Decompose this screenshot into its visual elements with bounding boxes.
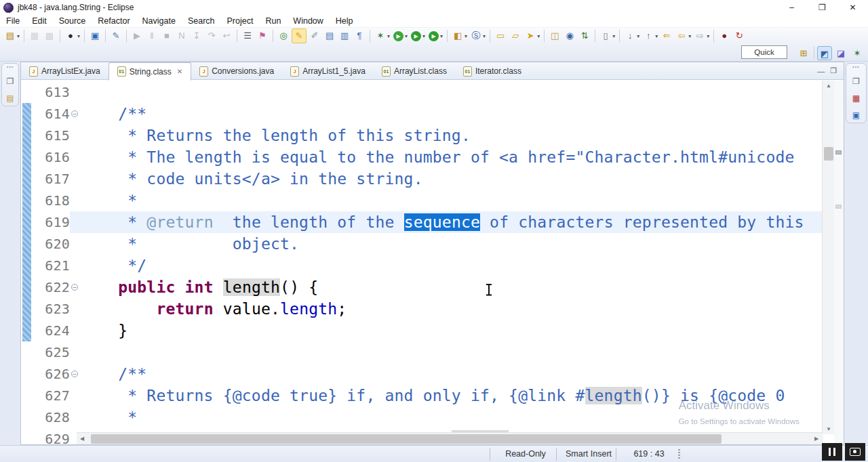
- console-view-icon[interactable]: ▣: [850, 110, 863, 121]
- resume-icon[interactable]: ▶: [130, 28, 144, 43]
- terminate-icon[interactable]: ■: [160, 28, 174, 43]
- restore-panel-icon[interactable]: ❐: [850, 76, 863, 87]
- last-edit-location-icon[interactable]: ⇐: [660, 28, 673, 43]
- coverage-icon[interactable]: ▶▾: [410, 28, 426, 43]
- dropdown-arrow-icon[interactable]: ▾: [405, 33, 408, 39]
- maximize-editor-icon[interactable]: ❐: [830, 66, 837, 75]
- account-icon[interactable]: ●▾: [64, 28, 81, 43]
- dropdown-arrow-icon[interactable]: ▾: [387, 33, 390, 39]
- java-perspective-icon[interactable]: ◩: [817, 46, 832, 60]
- dropdown-arrow-icon[interactable]: ▾: [688, 33, 691, 39]
- refresh-icon[interactable]: ↻: [732, 28, 746, 43]
- scroll-down-arrow[interactable]: ▼: [823, 424, 835, 434]
- tab-close-icon[interactable]: ✕: [177, 68, 182, 75]
- debug-icon[interactable]: ✶▾: [374, 28, 391, 43]
- menu-refactor[interactable]: Refactor: [92, 15, 136, 28]
- step-into-icon[interactable]: ↧: [190, 28, 203, 43]
- scroll-right-arrow[interactable]: ▶: [811, 433, 822, 444]
- show-outline-icon[interactable]: ▥: [338, 28, 351, 43]
- web-browser-icon[interactable]: ◉: [563, 28, 576, 43]
- open-element-icon[interactable]: ▯▾: [599, 28, 616, 43]
- step-return-icon[interactable]: ↩: [220, 28, 233, 43]
- minimize-editor-icon[interactable]: —: [817, 67, 825, 75]
- code-view[interactable]: 613614– /**615 * Returns the length of t…: [21, 81, 844, 444]
- scroll-left-arrow[interactable]: ◀: [77, 433, 87, 444]
- panel-drag-dots[interactable]: •••: [852, 66, 859, 70]
- open-project-icon[interactable]: ▱: [509, 28, 522, 43]
- debug-perspective-icon[interactable]: ✶: [850, 46, 865, 60]
- vertical-scrollbar[interactable]: ▲ ▼: [822, 81, 834, 434]
- scroll-up-arrow[interactable]: ▲: [823, 81, 835, 91]
- tab-arraylist-class[interactable]: 01ArrayList.class: [374, 62, 455, 80]
- screen-preview-overlay-button[interactable]: [845, 443, 865, 461]
- package-explorer-icon[interactable]: ▤: [4, 93, 16, 104]
- fold-collapse-icon[interactable]: –: [71, 371, 78, 377]
- vertical-scroll-thumb[interactable]: [824, 147, 833, 161]
- pause-overlay-button[interactable]: [822, 443, 842, 461]
- save-all-icon[interactable]: ▩: [43, 28, 56, 43]
- web-services-icon[interactable]: Ⓢ▾: [469, 28, 486, 43]
- menu-help[interactable]: Help: [330, 15, 359, 28]
- fold-collapse-icon[interactable]: –: [71, 284, 78, 291]
- synchronize-icon[interactable]: ⇅: [578, 28, 591, 43]
- open-resource-icon[interactable]: ▭: [494, 28, 507, 43]
- tab-string-class[interactable]: 01String.class✕: [108, 62, 191, 81]
- tab-conversions-java[interactable]: JConversions.java: [191, 62, 282, 80]
- menu-file[interactable]: File: [0, 15, 26, 28]
- overview-ruler[interactable]: [834, 81, 844, 444]
- dropdown-arrow-icon[interactable]: ▾: [465, 33, 467, 39]
- dropdown-arrow-icon[interactable]: ▾: [77, 33, 80, 39]
- run-icon[interactable]: ▶▾: [392, 28, 408, 43]
- restore-button[interactable]: ❐: [807, 0, 837, 15]
- minimize-button[interactable]: –: [776, 0, 807, 15]
- dropdown-arrow-icon[interactable]: ▾: [440, 33, 443, 39]
- forward-icon[interactable]: ⇨▾: [693, 28, 710, 43]
- dropdown-arrow-icon[interactable]: ▾: [483, 33, 486, 39]
- quick-access-input[interactable]: Quick Access: [741, 45, 787, 59]
- overview-mark[interactable]: [835, 205, 842, 209]
- fold-margin[interactable]: –: [70, 103, 80, 125]
- disconnect-icon[interactable]: N: [175, 28, 189, 43]
- suspend-icon[interactable]: ‖: [145, 28, 159, 43]
- open-dictionary-icon[interactable]: ●: [717, 28, 731, 43]
- open-perspective-icon[interactable]: ⊞: [796, 46, 811, 60]
- previous-annotation-icon[interactable]: ↑▾: [642, 28, 658, 43]
- new-wizard-icon[interactable]: ▤▾: [3, 28, 20, 43]
- menu-edit[interactable]: Edit: [26, 15, 53, 28]
- horizontal-scroll-thumb[interactable]: [91, 434, 722, 444]
- show-whitespace-icon[interactable]: ¶: [353, 28, 366, 43]
- launch-external-tool-icon[interactable]: ➤▾: [524, 28, 540, 43]
- back-icon[interactable]: ⇦▾: [675, 28, 692, 43]
- profile-icon[interactable]: ▶▾: [427, 28, 443, 43]
- remote-console-icon[interactable]: ▣: [88, 28, 102, 43]
- problems-view-icon[interactable]: ▦: [850, 93, 863, 104]
- menu-source[interactable]: Source: [53, 15, 92, 28]
- dropdown-arrow-icon[interactable]: ▾: [655, 33, 658, 39]
- dropdown-arrow-icon[interactable]: ▾: [17, 33, 20, 39]
- new-dynamic-web-project-icon[interactable]: ◧▾: [451, 28, 468, 43]
- fold-collapse-icon[interactable]: –: [71, 110, 78, 117]
- skip-all-breakpoints-icon[interactable]: ✎: [109, 28, 123, 43]
- dropdown-arrow-icon[interactable]: ▾: [637, 33, 639, 39]
- menu-project[interactable]: Project: [221, 15, 260, 28]
- dropdown-arrow-icon[interactable]: ▾: [612, 33, 615, 39]
- plug-in-search-icon[interactable]: ◎: [277, 28, 290, 43]
- show-skipped-lines-icon[interactable]: ☰: [241, 28, 254, 43]
- new-annotation-icon[interactable]: ▤: [323, 28, 336, 43]
- dropdown-arrow-icon[interactable]: ▾: [537, 33, 540, 39]
- restore-panel-icon[interactable]: ❐: [4, 76, 16, 87]
- fold-margin[interactable]: –: [70, 276, 80, 298]
- close-button[interactable]: ✕: [837, 0, 868, 15]
- use-step-filters-icon[interactable]: ⚑: [256, 28, 269, 43]
- tab-arraylist1-5-java[interactable]: JArrayList1_5.java: [282, 62, 374, 80]
- menu-search[interactable]: Search: [182, 15, 221, 28]
- step-over-icon[interactable]: ↷: [205, 28, 218, 43]
- dropdown-arrow-icon[interactable]: ▾: [707, 33, 709, 39]
- import-files-icon[interactable]: ◫: [548, 28, 561, 43]
- tab-iterator-class[interactable]: 01Iterator.class: [455, 62, 530, 80]
- menu-window[interactable]: Window: [287, 15, 329, 28]
- fold-margin[interactable]: –: [70, 363, 80, 385]
- dropdown-arrow-icon[interactable]: ▾: [422, 33, 425, 39]
- menu-navigate[interactable]: Navigate: [136, 15, 182, 28]
- tab-arraylistex-java[interactable]: JArrayListEx.java: [21, 62, 108, 80]
